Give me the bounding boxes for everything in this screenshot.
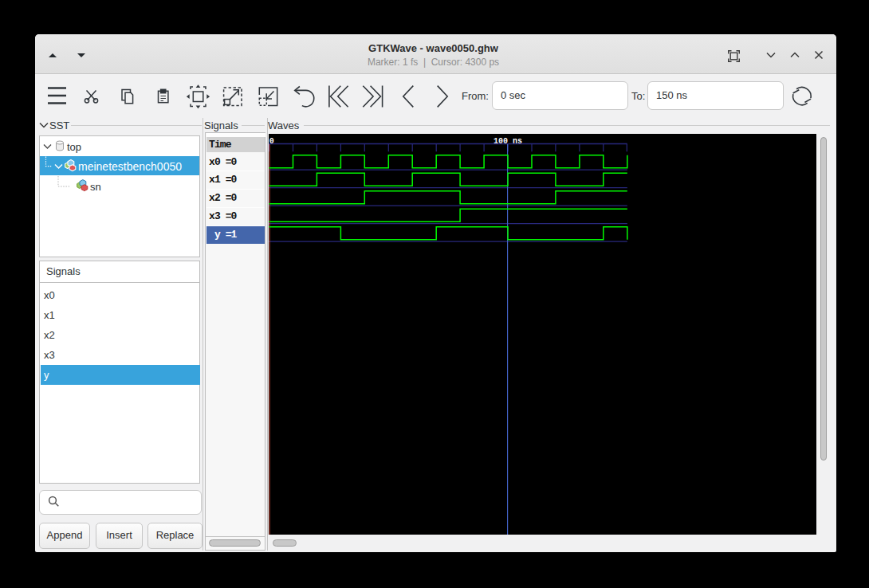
svg-text:0: 0 — [269, 137, 274, 146]
